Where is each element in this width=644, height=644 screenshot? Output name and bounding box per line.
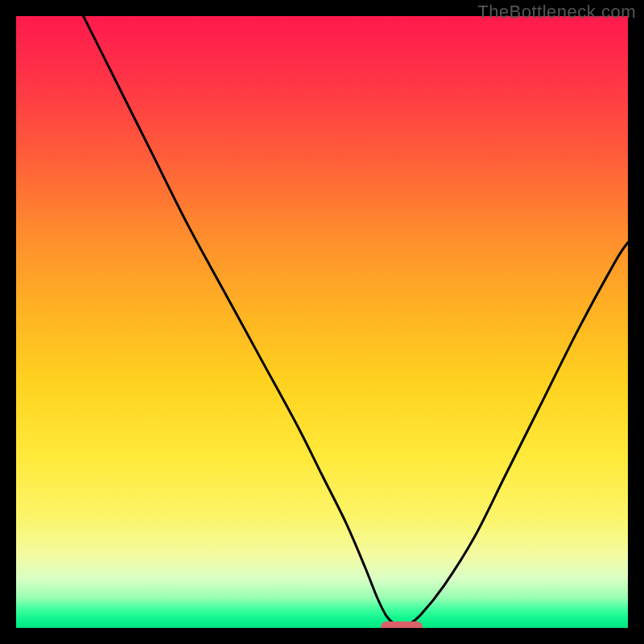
plot-area [16,16,628,628]
minimum-marker [381,621,423,628]
bottleneck-curve [16,16,628,628]
watermark-label: TheBottleneck.com [477,2,636,23]
chart-frame: TheBottleneck.com [0,0,644,644]
